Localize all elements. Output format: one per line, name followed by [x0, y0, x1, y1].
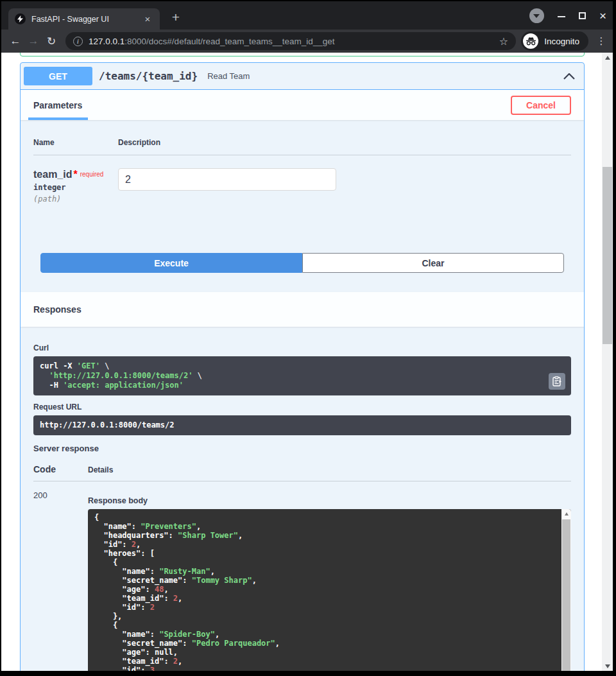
details-column-header: Details — [88, 465, 113, 474]
response-scrollbar-thumb[interactable] — [562, 519, 570, 671]
url-text[interactable]: 127.0.0.1:8000/docs#/default/read_team_t… — [89, 37, 494, 46]
reload-button[interactable]: ↻ — [42, 32, 60, 50]
parameters-header: Parameters Cancel — [21, 90, 584, 120]
back-button[interactable]: ← — [6, 32, 24, 50]
new-tab-button[interactable]: + — [167, 10, 184, 26]
endpoint-path: /teams/{team_id} — [99, 70, 198, 82]
parameter-meta: team_id*required integer (path) — [33, 168, 118, 204]
parameters-tab-underline — [28, 117, 88, 120]
copy-to-clipboard-button[interactable] — [549, 373, 565, 390]
tab-close-icon[interactable]: × — [142, 13, 153, 25]
browser-tab[interactable]: FastAPI - Swagger UI × — [8, 8, 160, 30]
team-id-input[interactable] — [118, 168, 336, 191]
minimize-button[interactable] — [558, 10, 565, 17]
chevron-down-icon — [533, 14, 540, 18]
window-controls: × — [529, 1, 606, 30]
page-scrollbar[interactable] — [602, 53, 613, 671]
tab-strip: FastAPI - Swagger UI × + × — [1, 1, 613, 30]
fastapi-favicon-icon — [15, 13, 26, 24]
parameters-table-header: Name Description — [33, 138, 571, 155]
endpoint-description: Read Team — [207, 71, 250, 81]
incognito-badge: Incognito — [521, 31, 588, 51]
request-url-block: http://127.0.0.1:8000/teams/2 — [33, 415, 571, 435]
swagger-page: GET /teams/{team_id} Read Team Parameter… — [1, 53, 602, 671]
browser-window: FastAPI - Swagger UI × + × ← → ↻ i 127.0… — [1, 1, 613, 671]
responses-header: Responses — [21, 292, 584, 327]
url-host: 127.0.0.1 — [89, 37, 124, 46]
page-scroll-down-icon[interactable] — [602, 661, 613, 671]
request-url-label: Request URL — [33, 403, 571, 412]
get-endpoint-block: GET /teams/{team_id} Read Team Parameter… — [20, 62, 585, 671]
incognito-icon — [523, 33, 538, 49]
responses-title: Responses — [33, 304, 81, 315]
parameter-name-text: team_id — [33, 169, 72, 180]
curl-label: Curl — [33, 343, 571, 352]
close-window-button[interactable]: × — [599, 10, 606, 22]
parameters-body: Name Description team_id*required intege… — [21, 120, 584, 273]
cancel-button[interactable]: Cancel — [511, 96, 571, 115]
incognito-label: Incognito — [544, 37, 579, 46]
parameter-type: integer — [33, 183, 118, 192]
response-body-scrollbar[interactable] — [561, 509, 571, 671]
curl-block: curl -X 'GET' \ 'http://127.0.0.1:8000/t… — [33, 356, 571, 395]
forward-button[interactable]: → — [24, 32, 42, 50]
browser-menu-icon[interactable]: ⋮ — [595, 35, 608, 47]
endpoint-summary[interactable]: GET /teams/{team_id} Read Team — [21, 63, 584, 90]
required-label: required — [80, 171, 104, 178]
parameter-value-cell — [118, 168, 336, 204]
response-body-label: Response body — [88, 496, 571, 505]
parameter-name: team_id*required — [33, 168, 118, 180]
page-content: GET /teams/{team_id} Read Team Parameter… — [1, 53, 613, 671]
address-bar[interactable]: i 127.0.0.1:8000/docs#/default/read_team… — [65, 32, 516, 50]
method-badge: GET — [24, 67, 92, 85]
page-scroll-up-icon[interactable] — [602, 53, 613, 62]
response-details: Response body { "name": "Preventers", "h… — [88, 490, 571, 671]
clear-button[interactable]: Clear — [302, 253, 564, 273]
site-info-icon[interactable]: i — [73, 37, 83, 46]
tab-title: FastAPI - Swagger UI — [31, 15, 142, 24]
name-column-header: Name — [33, 138, 118, 147]
code-column-header: Code — [33, 464, 88, 474]
response-table-header: Code Details — [33, 464, 571, 481]
execute-button[interactable]: Execute — [40, 253, 302, 273]
parameters-title: Parameters — [33, 100, 82, 110]
required-star: * — [73, 169, 77, 180]
previous-endpoint-block-edge — [20, 53, 585, 56]
bookmark-star-icon[interactable]: ☆ — [499, 35, 508, 48]
response-row: 200 Response body { "name": "Preventers"… — [33, 490, 571, 671]
server-response-label: Server response — [33, 444, 571, 453]
scroll-up-arrow-icon[interactable] — [561, 509, 571, 518]
window-menu-button[interactable] — [529, 8, 544, 23]
parameter-location: (path) — [33, 195, 118, 204]
responses-body: Curl curl -X 'GET' \ 'http://127.0.0.1:8… — [21, 327, 584, 671]
execute-row: Execute Clear — [40, 253, 564, 273]
parameter-row: team_id*required integer (path) — [33, 168, 571, 204]
response-body-block: { "name": "Preventers", "headquarters": … — [88, 509, 571, 671]
maximize-button[interactable] — [579, 12, 586, 19]
curl-command: curl -X 'GET' \ 'http://127.0.0.1:8000/t… — [40, 361, 565, 390]
url-path: :8000/docs#/default/read_team_teams__tea… — [124, 37, 334, 46]
collapse-chevron-icon[interactable] — [563, 71, 575, 82]
response-body-json: { "name": "Preventers", "headquarters": … — [88, 509, 571, 671]
status-code: 200 — [33, 490, 88, 671]
page-scrollbar-thumb[interactable] — [603, 167, 612, 344]
browser-toolbar: ← → ↻ i 127.0.0.1:8000/docs#/default/rea… — [1, 30, 613, 53]
description-column-header: Description — [118, 138, 160, 147]
